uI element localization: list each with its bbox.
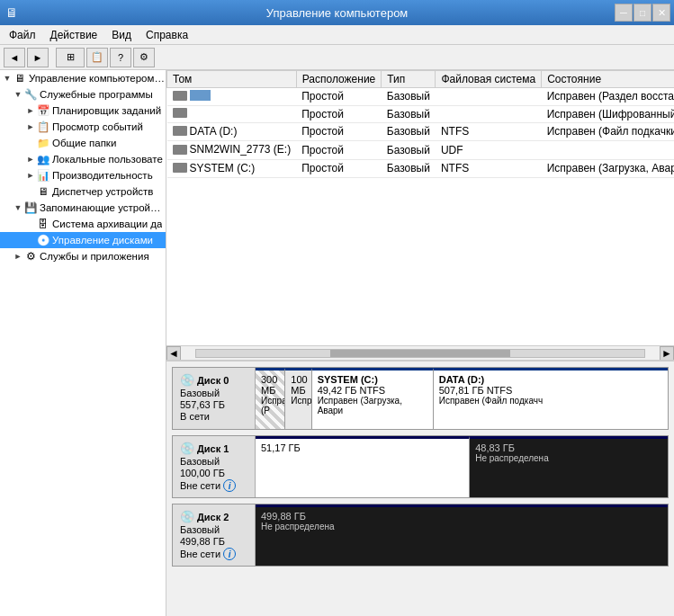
svcapps-icon: ⚙ [23,249,38,263]
disk2-part1[interactable]: 499,88 ГБ Не распределена [256,504,668,566]
scroll-track[interactable] [195,349,645,358]
disk2-icon: 💿 [180,510,194,523]
tree-item-eventviewer[interactable]: ► 📋 Просмотр событий [0,119,166,135]
col-filesystem[interactable]: Файловая система [436,71,542,88]
expand-diskmgmt[interactable] [25,235,36,246]
close-button[interactable]: ✕ [652,4,670,22]
tree-item-backup[interactable]: 🗄 Система архивации да [0,216,166,232]
disk0-part4-size: 507,81 ГБ NTFS [439,385,662,396]
col-location[interactable]: Расположение [296,71,382,88]
disk0-part2-status: Исправер- [291,396,305,406]
disk0-part3[interactable]: SYSTEM (C:) 49,42 ГБ NTFS Исправен (Загр… [312,368,434,429]
disk2-status: Вне сети [180,549,220,559]
show-hide-tree-button[interactable]: ⊞ [56,48,85,67]
disk2-part1-size: 499,88 ГБ [261,511,662,522]
cell-status-4 [542,141,674,160]
disk0-type: Базовый [180,388,247,398]
expand-scheduler[interactable]: ► [25,105,36,116]
expand-services[interactable]: ▼ [13,89,23,100]
right-panel: Том Расположение Тип Файловая система Со… [166,70,674,616]
help-button[interactable]: ? [110,48,131,67]
tree-item-localusers[interactable]: ► 👥 Локальные пользовате [0,151,166,167]
tree-label-backup: Система архивации да [52,219,162,229]
forward-button[interactable]: ► [27,48,49,67]
back-button[interactable]: ◄ [4,48,25,67]
expand-devmgr[interactable] [25,186,36,197]
volume-icon-5: SYSTEM (C:) [173,162,256,174]
menu-view[interactable]: Вид [106,27,137,43]
disk0-part1[interactable]: 300 МБ Исправен (Р [256,368,285,429]
computer-icon: 🖥 [13,71,27,85]
disk2-size: 499,88 ГБ [180,536,247,547]
tree-item-sharedfolders[interactable]: 📁 Общие папки [0,135,166,151]
disk0-part3-status: Исправен (Загрузка, Авари [318,396,427,415]
tree-item-devmgr[interactable]: 🖥 Диспетчер устройств [0,183,166,200]
disk1-part1[interactable]: 51,17 ГБ [256,436,470,497]
cell-type-5: Базовый [382,159,436,178]
disk0-part1-size: 300 МБ [261,374,279,396]
properties-button[interactable]: 📋 [86,48,108,67]
col-type[interactable]: Тип [382,71,436,88]
eventviewer-icon: 📋 [36,120,50,134]
cell-location-5: Простой [296,159,382,178]
menu-action[interactable]: Действие [45,27,103,43]
disk1-part2-status: Не распределена [475,453,662,463]
menu-help[interactable]: Справка [140,27,193,43]
disk-table-container[interactable]: Том Расположение Тип Файловая система Со… [166,70,674,345]
cell-type-4: Базовый [382,141,436,160]
disk0-part1-status: Исправен (Р [261,396,279,415]
tree-item-performance[interactable]: ► 📊 Производительность [0,167,166,183]
disk0-part2[interactable]: 100 МБ Исправер- [285,368,311,429]
vol-label-5: SYSTEM (C:) [190,162,256,174]
scroll-thumb[interactable] [330,350,509,357]
disk1-icon: 💿 [180,442,194,455]
expand-root[interactable]: ▼ [2,73,13,84]
tree-item-root[interactable]: ▼ 🖥 Управление компьютером (л [0,70,166,86]
disk1-info-icon[interactable]: i [223,479,236,492]
volume-icon-1 [173,90,211,101]
table-row[interactable]: SYSTEM (C:) Простой Базовый NTFS Исправе… [167,159,675,178]
vol-highlight-1 [190,90,211,101]
volume-icon-2 [173,108,187,118]
menu-file[interactable]: Файл [4,27,41,43]
expand-backup[interactable] [25,219,36,229]
disk-visual-container[interactable]: 💿 Диск 0 Базовый 557,63 ГБ В сети 300 МБ… [166,360,674,616]
table-row[interactable]: SNM2WIN_2773 (E:) Простой Базовый UDF [167,141,675,160]
expand-sharedfolders[interactable] [25,138,36,148]
table-row[interactable]: Простой Базовый Исправен (Раздел восстан… [167,88,675,106]
volume-icon-3: DATA (D:) [173,125,238,138]
disk1-status: Вне сети [180,480,220,491]
extra-button[interactable]: ⚙ [133,48,155,67]
tree-label-performance: Производительность [52,170,153,181]
cell-status-2: Исправен (Шифрованный (В [542,105,674,122]
scroll-left-button[interactable]: ◄ [166,346,181,361]
services-icon: 🔧 [23,87,38,102]
table-row[interactable]: Простой Базовый Исправен (Шифрованный (В [167,105,675,122]
disk0-info: 💿 Диск 0 Базовый 557,63 ГБ В сети [173,368,256,429]
expand-localusers[interactable]: ► [25,154,36,165]
expand-eventviewer[interactable]: ► [25,121,36,132]
tree-item-storage[interactable]: ▼ 💾 Запоминающие устройств [0,200,166,216]
backup-icon: 🗄 [36,217,50,231]
horizontal-scrollbar[interactable]: ◄ ► [166,345,674,360]
scroll-right-button[interactable]: ► [660,346,674,361]
disk1-info: 💿 Диск 1 Базовый 100,00 ГБ Вне сети i [173,436,256,497]
disk2-info-icon[interactable]: i [223,548,236,560]
tree-item-scheduler[interactable]: ► 📅 Планировщик заданий [0,103,166,119]
table-row[interactable]: DATA (D:) Простой Базовый NTFS Исправен … [167,122,675,141]
sharedfolders-icon: 📁 [36,136,50,150]
expand-storage[interactable]: ▼ [13,202,23,213]
disk0-part4[interactable]: DATA (D:) 507,81 ГБ NTFS Исправен (Файл … [434,368,668,429]
tree-item-svcapps[interactable]: ► ⚙ Службы и приложения [0,248,166,264]
disk1-part2[interactable]: 48,83 ГБ Не распределена [470,436,668,497]
tree-item-services[interactable]: ▼ 🔧 Служебные программы [0,86,166,103]
cell-location-1: Простой [296,88,382,106]
maximize-button[interactable]: □ [634,4,652,22]
minimize-button[interactable]: ─ [615,4,633,22]
col-status[interactable]: Состояние [542,71,674,88]
disk0-status: В сети [180,411,247,422]
tree-item-diskmgmt[interactable]: 💿 Управление дисками [0,232,166,248]
col-volume[interactable]: Том [167,71,297,88]
expand-svcapps[interactable]: ► [13,251,23,262]
expand-performance[interactable]: ► [25,170,36,181]
